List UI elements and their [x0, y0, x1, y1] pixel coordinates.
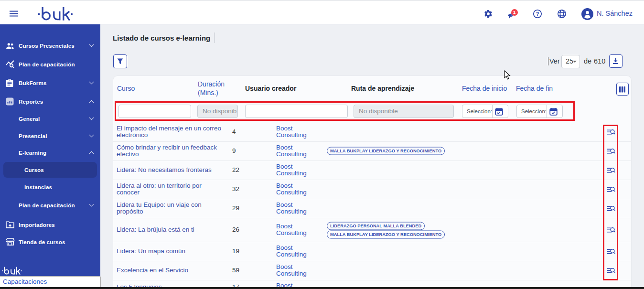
- svg-text:?: ?: [536, 11, 539, 17]
